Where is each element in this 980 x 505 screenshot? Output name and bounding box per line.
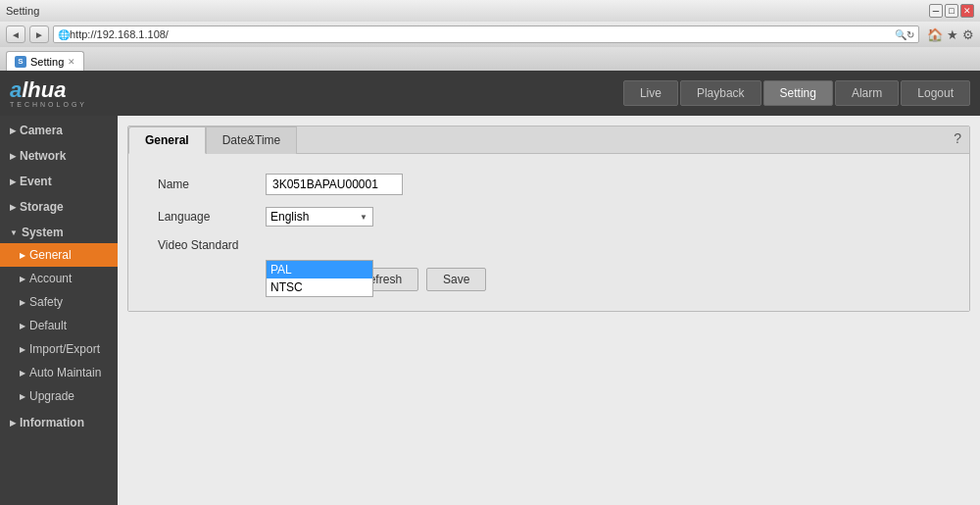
form-row-video-standard: Video Standard PAL NTSC bbox=[158, 238, 940, 252]
sidebar-label-system: System bbox=[22, 226, 64, 239]
network-arrow-icon: ▶ bbox=[10, 152, 16, 161]
sidebar-label-event: Event bbox=[20, 175, 52, 188]
sidebar-item-event[interactable]: ▶ Event bbox=[0, 167, 118, 192]
nav-logout[interactable]: Logout bbox=[901, 80, 970, 106]
video-standard-label: Video Standard bbox=[158, 238, 266, 252]
content-panel: General Date&Time ? Name bbox=[127, 126, 970, 312]
language-select-wrapper: English bbox=[266, 207, 373, 227]
sidebar-item-auto-maintain[interactable]: ▶ Auto Maintain bbox=[0, 361, 118, 384]
event-arrow-icon: ▶ bbox=[10, 177, 16, 186]
form-row-name: Name bbox=[158, 174, 940, 195]
sidebar-label-network: Network bbox=[20, 149, 66, 163]
address-bar[interactable]: 🌐 http://192.168.1.108/ 🔍 ↻ bbox=[53, 25, 919, 43]
upgrade-arrow-icon: ▶ bbox=[20, 392, 25, 401]
sidebar-label-default: Default bbox=[29, 319, 67, 332]
sidebar-item-import-export[interactable]: ▶ Import/Export bbox=[0, 337, 118, 361]
address-text: http://192.168.1.108/ bbox=[70, 28, 895, 40]
language-select[interactable]: English bbox=[266, 207, 373, 227]
app-header: alhua TECHNOLOGY Live Playback Setting A… bbox=[0, 71, 980, 116]
close-button[interactable]: ✕ bbox=[960, 4, 974, 18]
sidebar-item-system[interactable]: ▼ System bbox=[0, 218, 118, 243]
camera-arrow-icon: ▶ bbox=[10, 126, 16, 135]
back-button[interactable]: ◄ bbox=[6, 25, 25, 43]
sidebar-label-general: General bbox=[29, 248, 72, 262]
tab-date-time[interactable]: Date&Time bbox=[206, 126, 298, 154]
sidebar-item-general[interactable]: ▶ General bbox=[0, 243, 118, 267]
tab-favicon: S bbox=[15, 56, 26, 68]
tab-general[interactable]: General bbox=[128, 126, 206, 154]
sidebar-label-safety: Safety bbox=[29, 295, 63, 309]
window-title: Setting bbox=[6, 5, 39, 17]
nav-bar: ◄ ► 🌐 http://192.168.1.108/ 🔍 ↻ 🏠 ★ ⚙ bbox=[0, 22, 980, 47]
sidebar-label-storage: Storage bbox=[20, 200, 64, 214]
home-icon[interactable]: 🏠 bbox=[927, 27, 943, 42]
logo-text: alhua bbox=[10, 79, 87, 101]
tab-label: Setting bbox=[30, 56, 64, 68]
name-input[interactable] bbox=[266, 174, 403, 195]
information-arrow-icon: ▶ bbox=[10, 419, 16, 428]
sidebar-label-account: Account bbox=[29, 272, 72, 285]
form-row-language: Language English bbox=[158, 207, 940, 227]
sidebar-item-storage[interactable]: ▶ Storage bbox=[0, 192, 118, 218]
sidebar-label-information: Information bbox=[20, 416, 84, 429]
storage-arrow-icon: ▶ bbox=[10, 203, 16, 212]
sidebar-item-account[interactable]: ▶ Account bbox=[0, 267, 118, 290]
video-standard-list: PAL NTSC bbox=[266, 260, 373, 297]
star-icon[interactable]: ★ bbox=[947, 27, 958, 42]
safety-arrow-icon: ▶ bbox=[20, 298, 25, 307]
maximize-button[interactable]: □ bbox=[945, 4, 958, 18]
help-icon[interactable]: ? bbox=[946, 126, 969, 153]
general-arrow-icon: ▶ bbox=[20, 251, 25, 260]
language-label: Language bbox=[158, 210, 266, 224]
import-export-arrow-icon: ▶ bbox=[20, 345, 25, 354]
logo-area: alhua TECHNOLOGY bbox=[10, 79, 87, 108]
browser-tab-setting[interactable]: S Setting ✕ bbox=[6, 51, 84, 71]
sidebar-label-import-export: Import/Export bbox=[29, 342, 100, 356]
sidebar-item-safety[interactable]: ▶ Safety bbox=[0, 290, 118, 314]
default-arrow-icon: ▶ bbox=[20, 322, 25, 330]
nav-alarm[interactable]: Alarm bbox=[835, 80, 899, 106]
sidebar-item-default[interactable]: ▶ Default bbox=[0, 314, 118, 337]
header-nav: Live Playback Setting Alarm Logout bbox=[623, 80, 970, 106]
sidebar-item-camera[interactable]: ▶ Camera bbox=[0, 116, 118, 141]
search-icon: 🔍 bbox=[895, 29, 906, 40]
auto-maintain-arrow-icon: ▶ bbox=[20, 369, 25, 378]
sidebar-item-upgrade[interactable]: ▶ Upgrade bbox=[0, 384, 118, 408]
refresh-icon: ↻ bbox=[906, 29, 914, 40]
sidebar-label-auto-maintain: Auto Maintain bbox=[29, 366, 101, 379]
minimize-button[interactable]: ─ bbox=[929, 4, 943, 18]
settings-icon[interactable]: ⚙ bbox=[962, 27, 974, 42]
video-standard-option-ntsc[interactable]: NTSC bbox=[267, 278, 372, 296]
system-arrow-icon: ▼ bbox=[10, 228, 18, 237]
name-label: Name bbox=[158, 177, 266, 191]
account-arrow-icon: ▶ bbox=[20, 275, 25, 283]
tab-bar: S Setting ✕ bbox=[0, 47, 980, 71]
nav-live[interactable]: Live bbox=[623, 80, 678, 106]
sidebar: ▶ Camera ▶ Network ▶ Event ▶ Storage ▼ S… bbox=[0, 116, 118, 505]
forward-button[interactable]: ► bbox=[29, 25, 49, 43]
sidebar-item-network[interactable]: ▶ Network bbox=[0, 141, 118, 167]
logo-tagline: TECHNOLOGY bbox=[10, 101, 87, 108]
sidebar-label-upgrade: Upgrade bbox=[29, 389, 74, 403]
form-area: Name Language English V bbox=[128, 154, 969, 311]
title-bar: Setting ─ □ ✕ bbox=[0, 0, 980, 22]
tab-close-button[interactable]: ✕ bbox=[68, 57, 75, 67]
sidebar-label-camera: Camera bbox=[20, 124, 63, 137]
video-standard-option-pal[interactable]: PAL bbox=[267, 261, 372, 278]
page-icon: 🌐 bbox=[58, 29, 70, 40]
sidebar-item-information[interactable]: ▶ Information bbox=[0, 408, 118, 433]
save-button[interactable]: Save bbox=[426, 268, 486, 291]
main-content: General Date&Time ? Name bbox=[118, 116, 980, 505]
nav-playback[interactable]: Playback bbox=[680, 80, 761, 106]
nav-setting[interactable]: Setting bbox=[763, 80, 833, 106]
content-tab-row: General Date&Time ? bbox=[128, 126, 969, 154]
